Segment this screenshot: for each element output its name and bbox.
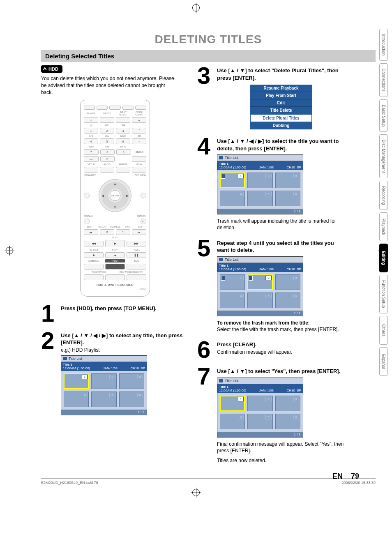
footer: E2M20UD_H2160SL9_EN.indd 79 2008/02/20 1… [41, 479, 376, 485]
step-subtext: Confirmation message will appear. [217, 349, 345, 355]
step-heading: Use [▲ / ▼ / ◀ / ▶] to select any title,… [61, 332, 189, 346]
hdd-badge: HDD [41, 65, 62, 73]
step-heading: Press [HDD], then press [TOP MENU]. [61, 305, 189, 312]
step-number: 5 [197, 238, 214, 258]
step-1: 1 Press [HDD], then press [TOP MENU]. [41, 303, 189, 323]
step-note: Titles are now deleted. [217, 457, 345, 464]
side-tab: Function Setup [379, 275, 388, 313]
side-tabs: IntroductionConnectionsBasic SetupDisc M… [379, 29, 388, 376]
step-note: Trash mark will appear indicating the ti… [217, 218, 345, 231]
step-heading: Use [▲ / ▼ / ◀ / ▶] to select the title … [217, 138, 345, 152]
step-number: 6 [197, 339, 214, 359]
step-note: To remove the trash mark from the title:… [217, 320, 345, 333]
menu-item: Dubbing [250, 122, 312, 129]
step-number: 2 [41, 330, 58, 350]
menu-item: Edit [250, 99, 312, 107]
title-list-widget: Title List Title 1 12:00AM (1:00:00)JAN/… [217, 154, 303, 214]
title-list-widget: Title List Title 1 12:00AM (1:00:00)JAN/… [217, 378, 303, 438]
step-5: 5 Repeat step 4 until you select all the… [197, 238, 345, 333]
side-tab: Disc Management [379, 134, 388, 178]
step-number: 7 [197, 366, 214, 386]
intro-text: You can delete titles which you do not n… [41, 75, 177, 96]
section-heading: Deleting Selected Titles [41, 50, 376, 62]
step-heading: Use [▲ / ▼] to select "Yes", then press … [217, 368, 345, 375]
side-tab: Playback [379, 212, 388, 241]
menu-item: Resume Playback [250, 85, 312, 92]
footer-left: E2M20UD_H2160SL9_EN.indd 79 [41, 481, 98, 485]
step-note: Final confirmation message will appear. … [217, 441, 345, 454]
step-6: 6 Press [CLEAR]. Confirmation message wi… [197, 339, 345, 359]
menu-item: Title Delete [250, 107, 312, 114]
step-heading: Use [▲ / ▼] to select "Delete Plural Tit… [217, 67, 345, 81]
step-3: 3 Use [▲ / ▼] to select "Delete Plural T… [197, 65, 345, 129]
title-list-widget: Title List Title 1 12:00AM (1:00:00)JAN/… [217, 256, 303, 316]
title-list-widget: Title List Title 1 12:00AM (1:00:00)JAN/… [61, 355, 147, 415]
side-tab: Recording [379, 181, 388, 210]
side-tab: Introduction [379, 29, 388, 61]
step-number: 3 [197, 65, 214, 85]
step-heading: Press [CLEAR]. [217, 341, 345, 348]
page-title: DELETING TITLES [41, 33, 376, 46]
step-number: 4 [197, 136, 214, 156]
page-number: EN79 [332, 472, 359, 481]
remote-illustration: POWERDTV/TVINPUT SELECTOPEN/ CLOSE ○▲ .@… [80, 100, 150, 297]
menu-item: Delete Plural Titles [250, 114, 312, 122]
step-subtext: e.g.) HDD Playlist [61, 347, 189, 353]
side-tab: Español [379, 347, 388, 376]
menu-item: Play From Start [250, 92, 312, 99]
side-tab: Editing [379, 244, 388, 272]
step-4: 4 Use [▲ / ▼ / ◀ / ▶] to select the titl… [197, 136, 345, 231]
side-tab: Connections [379, 63, 388, 97]
footer-right: 2008/02/20 15:33:39 [341, 481, 376, 485]
side-tab: Others [379, 316, 388, 345]
step-7: 7 Use [▲ / ▼] to select "Yes", then pres… [197, 366, 345, 464]
side-tab: Basic Setup [379, 99, 388, 132]
step-heading: Repeat step 4 until you select all the t… [217, 240, 345, 254]
step-number: 1 [41, 303, 58, 323]
step-2: 2 Use [▲ / ▼ / ◀ / ▶] to select any titl… [41, 330, 189, 415]
on-screen-menu: Resume PlaybackPlay From StartEditTitle … [250, 85, 312, 129]
